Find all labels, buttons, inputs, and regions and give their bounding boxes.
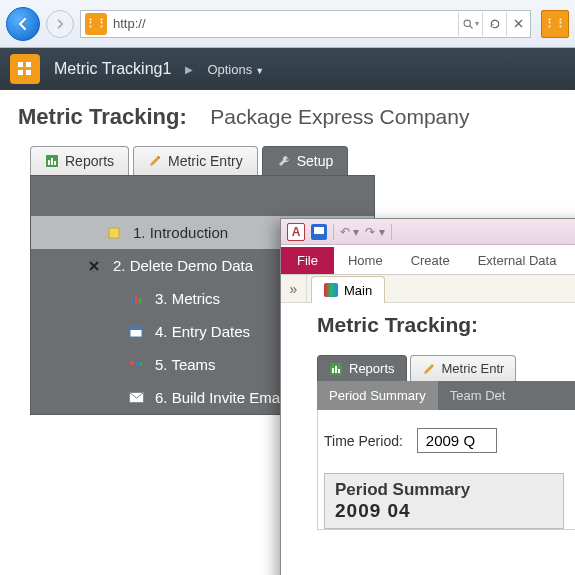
form-icon	[324, 283, 338, 297]
svg-rect-7	[26, 70, 31, 75]
period-summary-header: Period Summary 2009 04	[324, 473, 564, 529]
tab-setup[interactable]: Setup	[262, 146, 349, 175]
svg-rect-19	[130, 327, 142, 330]
save-icon[interactable]	[311, 224, 327, 240]
setup-item-label: 4. Entry Dates	[155, 323, 250, 340]
app-header: Metric Tracking1 ▶ Options▼	[0, 48, 575, 90]
setup-item-label: 6. Build Invite Email	[155, 389, 287, 406]
wrench-icon	[277, 154, 291, 168]
tab-reports-label: Reports	[65, 153, 114, 169]
overlay-tab-metric-entry-label: Metric Entr	[442, 361, 505, 376]
ribbon-file[interactable]: File	[281, 247, 334, 274]
pencil-icon	[148, 154, 162, 168]
note-icon	[105, 226, 123, 240]
tab-metric-entry-label: Metric Entry	[168, 153, 243, 169]
tab-metric-entry[interactable]: Metric Entry	[133, 146, 258, 175]
overlay-form: Time Period: 2009 Q Period Summary 2009 …	[317, 410, 575, 530]
reports-icon	[45, 154, 59, 168]
subtab-period-summary[interactable]: Period Summary	[317, 381, 438, 410]
stop-button[interactable]	[506, 12, 530, 36]
people-icon	[127, 358, 145, 372]
doc-tab-label: Main	[344, 283, 372, 298]
setup-item-label: 5. Teams	[155, 356, 216, 373]
overlay-subtabs: Period Summary Team Det	[317, 381, 575, 410]
svg-rect-16	[135, 296, 138, 304]
pencil-icon	[422, 362, 436, 376]
svg-rect-9	[48, 160, 50, 165]
browser-tab-icon[interactable]: ⋮⋮	[541, 10, 569, 38]
browser-toolbar: ⋮⋮ ▾ ⋮⋮	[0, 0, 575, 48]
svg-rect-27	[338, 369, 340, 373]
svg-point-20	[130, 360, 134, 364]
period-summary-title: Period Summary	[335, 480, 553, 500]
search-icon[interactable]: ▾	[458, 12, 482, 36]
tab-setup-label: Setup	[297, 153, 334, 169]
page-heading-row: Metric Tracking: Package Express Company	[0, 90, 575, 140]
svg-rect-6	[18, 70, 23, 75]
time-period-select[interactable]: 2009 Q	[417, 428, 497, 453]
reports-icon	[329, 362, 343, 376]
svg-rect-5	[26, 62, 31, 67]
arrow-right-icon	[54, 18, 66, 30]
overlay-heading: Metric Tracking:	[317, 313, 575, 337]
svg-rect-26	[335, 366, 337, 373]
options-menu[interactable]: Options▼	[207, 62, 264, 77]
svg-rect-25	[332, 368, 334, 373]
svg-rect-12	[109, 228, 119, 238]
access-body: Metric Tracking: Reports Metric Entr Per…	[281, 303, 575, 530]
app-logo-icon	[10, 54, 40, 84]
access-ribbon: File Home Create External Data	[281, 245, 575, 275]
time-period-label: Time Period:	[324, 433, 403, 449]
page-title: Metric Tracking:	[18, 104, 187, 129]
site-icon: ⋮⋮	[85, 13, 107, 35]
overlay-tab-metric-entry[interactable]: Metric Entr	[410, 355, 517, 381]
access-titlebar: A ↶ ▾ ↷ ▾	[281, 219, 575, 245]
refresh-button[interactable]	[482, 12, 506, 36]
svg-point-0	[464, 20, 470, 26]
setup-item-label: 3. Metrics	[155, 290, 220, 307]
overlay-tab-reports-label: Reports	[349, 361, 395, 376]
url-input[interactable]	[111, 16, 458, 31]
svg-rect-17	[139, 298, 142, 304]
setup-item-label: 2. Delete Demo Data	[113, 257, 253, 274]
company-name: Package Express Company	[210, 105, 469, 128]
options-label: Options	[207, 62, 252, 77]
address-bar: ⋮⋮ ▾	[80, 10, 531, 38]
chevron-right-icon: ▶	[185, 64, 193, 75]
overlay-tab-reports[interactable]: Reports	[317, 355, 407, 381]
mail-icon	[127, 391, 145, 405]
doc-tab-main[interactable]: Main	[311, 276, 385, 303]
undo-icon[interactable]: ↶ ▾	[340, 225, 359, 239]
svg-rect-10	[51, 158, 53, 165]
ribbon-home[interactable]: Home	[334, 247, 397, 274]
access-window: A ↶ ▾ ↷ ▾ File Home Create External Data…	[280, 218, 575, 575]
app-title[interactable]: Metric Tracking1	[54, 60, 171, 78]
calendar-icon	[127, 325, 145, 339]
ribbon-external-data[interactable]: External Data	[464, 247, 571, 274]
svg-rect-4	[18, 62, 23, 67]
caret-down-icon: ▼	[255, 66, 264, 76]
main-tabstrip: Reports Metric Entry Setup	[30, 146, 575, 175]
forward-button[interactable]	[46, 10, 74, 38]
svg-point-21	[135, 360, 139, 364]
nav-expand-icon[interactable]: »	[281, 275, 307, 302]
overlay-tabstrip: Reports Metric Entr	[317, 355, 575, 381]
svg-rect-15	[131, 299, 134, 304]
ribbon-create[interactable]: Create	[397, 247, 464, 274]
svg-point-22	[139, 362, 143, 366]
bar-chart-icon	[127, 292, 145, 306]
svg-rect-11	[54, 161, 56, 165]
tab-reports[interactable]: Reports	[30, 146, 129, 175]
svg-line-1	[470, 25, 473, 28]
access-docbar: » Main	[281, 275, 575, 303]
arrow-left-icon	[15, 16, 31, 32]
period-summary-value: 2009 04	[335, 500, 553, 522]
subtab-team-details[interactable]: Team Det	[438, 381, 518, 410]
redo-icon[interactable]: ↷ ▾	[365, 225, 384, 239]
access-app-icon[interactable]: A	[287, 223, 305, 241]
setup-item-label: 1. Introduction	[133, 224, 228, 241]
back-button[interactable]	[6, 7, 40, 41]
delete-icon	[85, 259, 103, 273]
